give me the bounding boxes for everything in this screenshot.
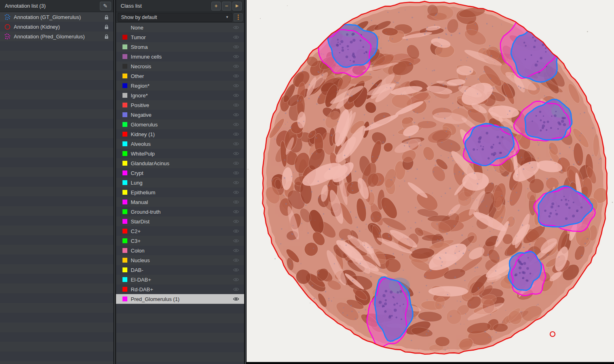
class-item-label: Immune cells bbox=[131, 54, 229, 60]
class-list-item[interactable]: Crypt bbox=[116, 168, 244, 178]
scatter-dots-icon bbox=[4, 33, 11, 40]
class-color-swatch bbox=[122, 141, 127, 146]
class-list-item[interactable]: Necrosis bbox=[116, 61, 244, 71]
eye-icon[interactable] bbox=[233, 277, 239, 282]
class-color-swatch bbox=[122, 44, 127, 49]
class-list-item[interactable]: C2+ bbox=[116, 226, 244, 236]
class-list-item[interactable]: DAB- bbox=[116, 265, 244, 275]
eye-icon[interactable] bbox=[233, 200, 239, 204]
class-item-label: Colon bbox=[131, 248, 229, 254]
kebab-menu-icon bbox=[238, 17, 239, 18]
eye-icon[interactable] bbox=[233, 180, 239, 185]
eye-icon[interactable] bbox=[233, 64, 239, 69]
edit-annotation-button[interactable]: ✎ bbox=[100, 2, 111, 11]
class-color-swatch bbox=[122, 170, 127, 175]
lock-icon bbox=[104, 24, 109, 29]
eye-icon[interactable] bbox=[233, 170, 239, 175]
class-list-item[interactable]: Negative bbox=[116, 110, 244, 120]
class-list-item[interactable]: Colon bbox=[116, 246, 244, 255]
eye-icon[interactable] bbox=[233, 103, 239, 107]
annotation-list: Annotation (GT_Glomerulus)Annotation (Ki… bbox=[0, 12, 114, 364]
scatter-dots-icon bbox=[4, 14, 11, 21]
annotation-list-item[interactable]: Annotation (GT_Glomerulus) bbox=[0, 12, 114, 22]
eye-icon[interactable] bbox=[233, 258, 239, 263]
class-list-item[interactable]: Epithelium bbox=[116, 187, 244, 197]
class-item-label: Ignore* bbox=[131, 93, 229, 99]
class-list-item[interactable]: C3+ bbox=[116, 236, 244, 246]
class-color-swatch bbox=[122, 74, 127, 78]
class-color-swatch bbox=[122, 238, 127, 243]
class-list-item[interactable]: None bbox=[116, 23, 244, 32]
class-list-item[interactable]: WhitePulp bbox=[116, 149, 244, 158]
class-color-swatch bbox=[122, 83, 127, 88]
class-item-label: WhitePulp bbox=[131, 151, 229, 157]
class-list-item[interactable]: Region* bbox=[116, 81, 244, 90]
class-item-label: Epithelium bbox=[131, 189, 229, 196]
class-list-item[interactable]: Pred_Glomerulus (1) bbox=[116, 294, 244, 304]
eye-icon[interactable] bbox=[233, 35, 239, 40]
eye-icon[interactable] bbox=[233, 190, 239, 195]
class-filter-menu-button[interactable] bbox=[234, 13, 243, 21]
annotation-list-item[interactable]: Annotation (Pred_Glomerulus) bbox=[0, 32, 114, 41]
eye-icon[interactable] bbox=[233, 132, 239, 137]
expand-class-button[interactable]: ▶ bbox=[232, 2, 242, 11]
annotation-list-item[interactable]: Annotation (Kidney) bbox=[0, 22, 114, 32]
class-list-item[interactable]: Positive bbox=[116, 100, 244, 110]
class-item-label: Alveolus bbox=[131, 141, 229, 147]
class-list-item[interactable]: Stroma bbox=[116, 42, 244, 52]
annotation-item-label: Annotation (Pred_Glomerulus) bbox=[14, 34, 101, 40]
class-list-item[interactable]: El-DAB+ bbox=[116, 275, 244, 284]
class-list-item[interactable]: Tumor bbox=[116, 32, 244, 42]
class-list-item[interactable]: Rd-DAB+ bbox=[116, 284, 244, 294]
eye-icon[interactable] bbox=[233, 267, 239, 272]
class-item-label: Ground-truth bbox=[131, 209, 229, 215]
class-list-item[interactable]: GlandularAcinus bbox=[116, 158, 244, 168]
class-list-item[interactable]: Kidney (1) bbox=[116, 129, 244, 139]
eye-icon[interactable] bbox=[233, 209, 239, 214]
class-item-label: C3+ bbox=[131, 238, 229, 244]
eye-icon[interactable] bbox=[233, 219, 239, 224]
chevron-down-icon: ▼ bbox=[226, 15, 229, 19]
class-item-label: Region* bbox=[131, 83, 229, 89]
class-list-item[interactable]: Alveolus bbox=[116, 139, 244, 149]
eye-icon[interactable] bbox=[233, 74, 239, 78]
class-list-item[interactable]: Other bbox=[116, 71, 244, 81]
eye-icon[interactable] bbox=[233, 238, 239, 243]
play-icon: ▶ bbox=[236, 4, 238, 8]
eye-icon[interactable] bbox=[233, 248, 239, 253]
eye-icon[interactable] bbox=[233, 229, 239, 234]
class-list-item[interactable]: Lung bbox=[116, 178, 244, 187]
eye-icon[interactable] bbox=[233, 161, 239, 166]
histology-image[interactable] bbox=[247, 0, 614, 364]
eye-icon[interactable] bbox=[233, 83, 239, 88]
class-color-swatch bbox=[122, 161, 127, 166]
eye-icon[interactable] bbox=[233, 141, 239, 146]
class-color-swatch bbox=[122, 229, 127, 234]
eye-icon[interactable] bbox=[233, 151, 239, 156]
class-list-item[interactable]: StarDist bbox=[116, 217, 244, 226]
class-list-item[interactable]: Nucleus bbox=[116, 255, 244, 265]
lock-icon bbox=[104, 34, 109, 39]
class-list-item[interactable]: Ground-truth bbox=[116, 207, 244, 217]
add-class-button[interactable]: + bbox=[211, 2, 221, 11]
eye-icon[interactable] bbox=[233, 287, 239, 292]
eye-icon[interactable] bbox=[233, 44, 239, 49]
eye-icon[interactable] bbox=[233, 25, 239, 30]
class-item-label: C2+ bbox=[131, 228, 229, 234]
remove-class-button[interactable]: − bbox=[222, 2, 231, 11]
eye-icon[interactable] bbox=[233, 122, 239, 127]
class-filter-dropdown[interactable]: Show by default ▼ bbox=[118, 13, 232, 22]
slide-viewer[interactable] bbox=[247, 0, 614, 364]
eye-icon[interactable] bbox=[233, 93, 239, 98]
class-list: NoneTumorStromaImmune cellsNecrosisOther… bbox=[116, 23, 244, 364]
class-item-label: Other bbox=[131, 73, 229, 79]
eye-icon[interactable] bbox=[233, 297, 239, 301]
eye-icon[interactable] bbox=[233, 112, 239, 117]
annotation-list-title: Annotation list (3) bbox=[5, 3, 46, 9]
eye-icon[interactable] bbox=[233, 54, 239, 59]
class-list-item[interactable]: Manual bbox=[116, 197, 244, 207]
class-color-swatch bbox=[122, 35, 127, 40]
class-list-item[interactable]: Ignore* bbox=[116, 90, 244, 100]
class-list-item[interactable]: Glomerulus bbox=[116, 120, 244, 129]
class-list-item[interactable]: Immune cells bbox=[116, 52, 244, 61]
